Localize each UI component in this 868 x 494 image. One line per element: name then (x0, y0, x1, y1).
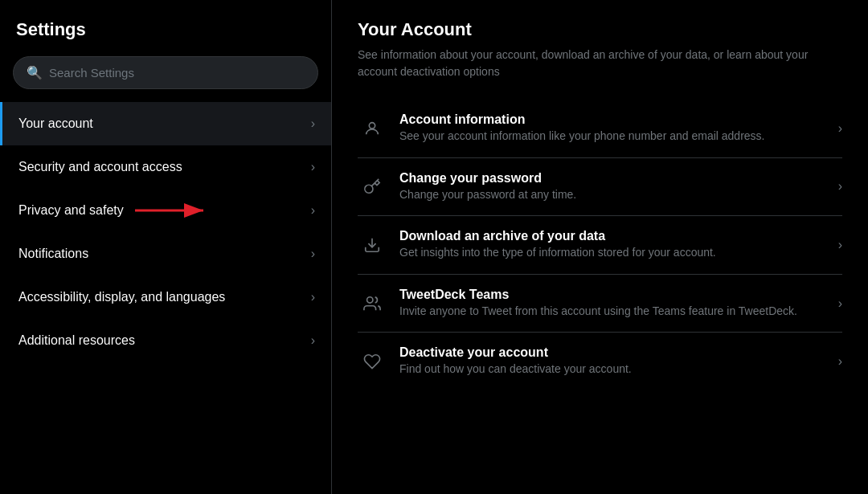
sidebar-item-privacy[interactable]: Privacy and safety › (0, 189, 331, 232)
person-icon (358, 120, 387, 137)
item-title: TweetDeck Teams (399, 288, 825, 302)
item-title: Deactivate your account (399, 345, 825, 360)
item-title: Download an archive of your data (399, 229, 825, 243)
sidebar-item-accessibility[interactable]: Accessibility, display, and languages › (0, 276, 331, 319)
nav-item-label: Your account (18, 116, 93, 131)
settings-item-account-info[interactable]: Account information See your account inf… (358, 100, 842, 158)
search-input-placeholder: Search Settings (49, 66, 134, 80)
settings-item-tweetdeck[interactable]: TweetDeck Teams Invite anyone to Tweet f… (358, 275, 842, 333)
sidebar-item-your-account[interactable]: Your account › (0, 102, 331, 145)
settings-item-change-password[interactable]: Change your password Change your passwor… (358, 158, 842, 217)
chevron-right-icon: › (838, 296, 842, 311)
main-content: Your Account See information about your … (332, 0, 868, 494)
sidebar: Settings 🔍 Search Settings Your account … (0, 0, 332, 494)
group-icon (358, 295, 387, 312)
item-text: TweetDeck Teams Invite anyone to Tweet f… (399, 288, 825, 320)
page-description: See information about your account, down… (358, 47, 824, 80)
download-icon (358, 236, 387, 254)
key-icon (358, 178, 387, 195)
chevron-right-icon: › (311, 160, 315, 174)
sidebar-item-notifications[interactable]: Notifications › (0, 232, 331, 276)
item-description: Invite anyone to Tweet from this account… (399, 304, 825, 320)
item-text: Deactivate your account Find out how you… (399, 345, 825, 378)
item-description: See your account information like your p… (399, 129, 825, 145)
search-container: 🔍 Search Settings (0, 53, 331, 102)
chevron-right-icon: › (838, 179, 842, 194)
svg-point-2 (369, 122, 375, 128)
chevron-right-icon: › (311, 247, 315, 261)
search-box[interactable]: 🔍 Search Settings (13, 56, 318, 89)
chevron-right-icon: › (838, 238, 842, 252)
item-title: Change your password (399, 171, 825, 186)
sidebar-item-security[interactable]: Security and account access › (0, 145, 331, 189)
sidebar-title: Settings (0, 13, 331, 53)
nav-item-label: Additional resources (18, 333, 135, 348)
heart-icon (358, 353, 387, 370)
chevron-right-icon: › (838, 121, 842, 136)
chevron-right-icon: › (311, 116, 315, 131)
nav-item-label: Security and account access (18, 160, 182, 174)
item-text: Download an archive of your data Get ins… (399, 229, 825, 261)
settings-list: Account information See your account inf… (358, 100, 842, 390)
item-text: Account information See your account inf… (399, 112, 825, 145)
item-text: Change your password Change your passwor… (399, 171, 825, 203)
settings-item-download-data[interactable]: Download an archive of your data Get ins… (358, 216, 842, 275)
nav-item-label: Notifications (18, 247, 88, 261)
chevron-right-icon: › (311, 203, 315, 218)
chevron-right-icon: › (838, 354, 842, 369)
nav-item-label: Accessibility, display, and languages (18, 290, 225, 304)
chevron-right-icon: › (311, 333, 315, 348)
svg-point-4 (367, 296, 373, 302)
red-arrow-annotation (135, 198, 215, 223)
item-title: Account information (399, 112, 825, 127)
item-description: Get insights into the type of informatio… (399, 245, 825, 261)
settings-item-deactivate[interactable]: Deactivate your account Find out how you… (358, 333, 842, 390)
search-icon: 🔍 (27, 65, 43, 80)
page-title: Your Account (358, 19, 842, 40)
sidebar-nav: Your account › Security and account acce… (0, 102, 331, 362)
sidebar-item-additional[interactable]: Additional resources › (0, 319, 331, 362)
nav-item-label: Privacy and safety (18, 203, 124, 218)
item-description: Change your password at any time. (399, 187, 825, 203)
chevron-right-icon: › (311, 290, 315, 304)
item-description: Find out how you can deactivate your acc… (399, 361, 825, 378)
